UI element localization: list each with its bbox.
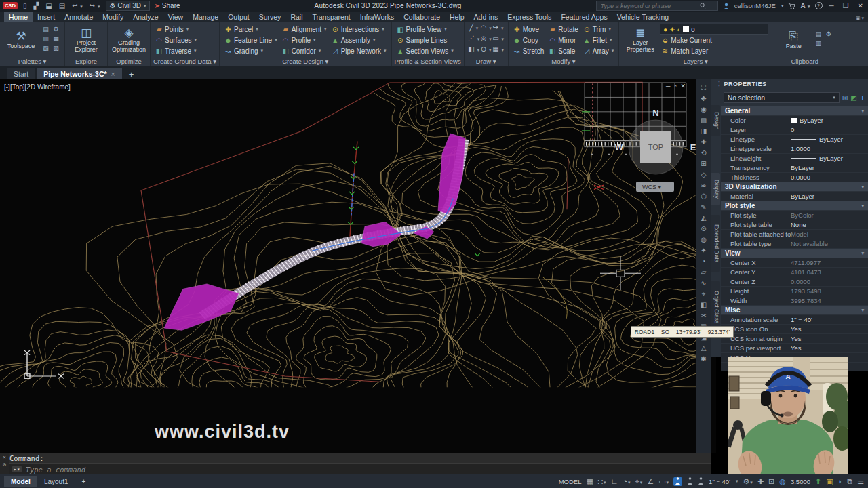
draw-tool-icon[interactable]: ◎ ▾ bbox=[480, 35, 492, 45]
username[interactable]: cellisonM46JE bbox=[734, 2, 776, 9]
property-row[interactable]: Plot table attached toModel bbox=[721, 229, 868, 239]
ribbon-tab-vehicle-tracking[interactable]: Vehicle Tracking bbox=[612, 12, 673, 22]
ribbon-button-corridor[interactable]: ◧Corridor▾ bbox=[281, 46, 328, 56]
section-header-plot-style[interactable]: Plot style▾ bbox=[721, 201, 868, 210]
ribbon-button-project-explorer[interactable]: ◫Project Explorer bbox=[68, 24, 104, 56]
grading-slope-patches[interactable] bbox=[164, 134, 465, 330]
ribbon-button-surfaces[interactable]: ◠Surfaces▾ bbox=[154, 35, 198, 45]
app-logo[interactable]: C3D bbox=[3, 2, 18, 9]
ribbon-button-intersections[interactable]: ⊙Intersections▾ bbox=[330, 24, 388, 35]
palette-tab-display[interactable]: Display bbox=[711, 173, 720, 205]
object-snap-tracking-icon[interactable]: ∠ bbox=[647, 477, 654, 486]
ribbon-button-section-views[interactable]: ▲Section Views▾ bbox=[395, 46, 455, 56]
panel-tool-icon[interactable]: ▥ bbox=[813, 40, 823, 49]
restore-button[interactable]: ❒ bbox=[841, 2, 851, 9]
model-space-toggle[interactable]: MODEL bbox=[559, 478, 582, 485]
ribbon-tab-infraworks[interactable]: InfraWorks bbox=[355, 12, 399, 22]
nav-tool-icon[interactable]: ⬡ bbox=[701, 192, 707, 201]
pipe-run-line[interactable] bbox=[350, 142, 357, 237]
grid-display-icon[interactable]: ▦ bbox=[586, 477, 593, 486]
tab-layout1[interactable]: Layout1 bbox=[37, 476, 75, 487]
ribbon-button-paste[interactable]: ⎘Paste bbox=[776, 24, 811, 56]
nav-tool-icon[interactable]: ✥ bbox=[701, 94, 706, 103]
isometric-drafting-icon[interactable]: ⌖▾ bbox=[635, 477, 643, 486]
panel-label-0[interactable]: Palettes ▾ bbox=[0, 58, 64, 66]
panel-label-8[interactable]: Layers ▾ bbox=[619, 58, 772, 66]
nav-tool-icon[interactable]: △ bbox=[701, 344, 707, 352]
property-row[interactable]: LinetypeByLayer bbox=[721, 134, 868, 144]
property-row[interactable]: TransparencyByLayer bbox=[721, 163, 868, 172]
panel-label-7[interactable]: Modify ▾ bbox=[509, 58, 619, 66]
layer-dropdown[interactable]: ●☀◐0 bbox=[660, 24, 768, 35]
ribbon-tab-featured-apps[interactable]: Featured Apps bbox=[556, 12, 612, 22]
property-row[interactable]: Center Z0.0000 bbox=[721, 277, 868, 286]
nav-tool-icon[interactable]: ⌖ bbox=[702, 289, 706, 298]
close-tab-icon[interactable]: × bbox=[111, 70, 115, 78]
nav-tool-icon[interactable]: ✎ bbox=[701, 203, 706, 211]
command-window[interactable]: ✕ ⚙ Command: ▸▾ Type a command bbox=[0, 453, 711, 474]
vp-minimize-icon[interactable]: ─ bbox=[666, 83, 670, 89]
workspace-select[interactable]: ⚙ Civil 3D ▾ bbox=[106, 1, 151, 11]
property-row[interactable]: Plot styleByColor bbox=[721, 210, 868, 220]
autodesk-app-icon[interactable]: A ▾ bbox=[800, 2, 810, 9]
property-row[interactable]: Annotation scale1" = 40' bbox=[721, 314, 868, 324]
ribbon-button-mirror[interactable]: ◠Mirror bbox=[547, 35, 579, 45]
open-file-icon[interactable]: ▞ bbox=[33, 2, 41, 9]
customization-menu-icon[interactable]: ☰ bbox=[857, 477, 864, 486]
autoscale-annotation-icon[interactable] bbox=[687, 477, 693, 486]
drawing-viewport[interactable]: TOP N W E WCS ▾ ─ ▫ ✕ bbox=[0, 79, 716, 453]
ribbon-button-fillet[interactable]: ▲Fillet▾ bbox=[582, 35, 615, 45]
help-icon[interactable]: ? bbox=[815, 2, 823, 9]
tab-document[interactable]: Pipe Networks-3C*× bbox=[37, 68, 122, 79]
draw-tool-icon[interactable]: ◧ ▾ bbox=[468, 45, 480, 56]
selection-dropdown[interactable]: No selection▾ bbox=[724, 92, 840, 103]
property-row[interactable]: Height1793.5498 bbox=[721, 286, 868, 296]
ribbon-tab-transparent[interactable]: Transparent bbox=[307, 12, 355, 22]
panel-label-6[interactable]: Draw ▾ bbox=[465, 58, 508, 66]
property-row[interactable]: Layer0 bbox=[721, 125, 868, 134]
tab-start[interactable]: Start bbox=[7, 68, 35, 79]
view-cube[interactable]: TOP N W E WCS ▾ bbox=[614, 98, 702, 200]
property-row[interactable]: Center X4711.0977 bbox=[721, 258, 868, 267]
cart-icon[interactable] bbox=[788, 3, 795, 9]
ribbon-button-scale[interactable]: ◧Scale bbox=[547, 46, 579, 56]
quick-select-icon[interactable]: ✛ bbox=[860, 94, 865, 102]
section-header-general[interactable]: General▾ bbox=[721, 106, 868, 115]
property-row[interactable]: Linetype scale1.0000 bbox=[721, 144, 868, 153]
nav-tool-icon[interactable]: ◍ bbox=[701, 235, 707, 244]
ribbon-tab-add-ins[interactable]: Add-ins bbox=[469, 12, 503, 22]
ribbon-button-grading[interactable]: ↝Grading▾ bbox=[223, 46, 279, 56]
property-row[interactable]: UCS icon OnYes bbox=[721, 324, 868, 333]
geolocation-icon[interactable]: ◍ bbox=[779, 477, 786, 486]
panel-tool-icon[interactable]: ▤ bbox=[813, 30, 823, 40]
new-layout-button[interactable]: + bbox=[75, 476, 92, 487]
property-row[interactable]: Thickness0.0000 bbox=[721, 172, 868, 182]
ribbon-button-pipe-network[interactable]: ◿Pipe Network▾ bbox=[330, 46, 388, 56]
nav-tool-icon[interactable]: ◨ bbox=[701, 127, 707, 136]
nav-tool-icon[interactable]: ⟲ bbox=[701, 148, 706, 157]
panel-tool-icon[interactable]: ▨ bbox=[51, 45, 61, 54]
nav-tool-icon[interactable]: ≋ bbox=[701, 181, 706, 190]
palette-tab-extended-data[interactable]: Extended Data bbox=[711, 215, 720, 272]
ortho-mode-icon[interactable]: ∟ bbox=[611, 477, 618, 485]
ribbon-tab-view[interactable]: View bbox=[163, 12, 189, 22]
ribbon-tab-survey[interactable]: Survey bbox=[254, 12, 286, 22]
nav-tool-icon[interactable]: ◉ bbox=[701, 105, 707, 114]
new-file-icon[interactable]: ▯ bbox=[22, 2, 28, 9]
ribbon-button-profile[interactable]: ◠Profile▾ bbox=[281, 35, 328, 45]
share-drawing-icon[interactable]: ⬆ bbox=[815, 477, 821, 486]
ribbon-button-traverse[interactable]: ◧Traverse▾ bbox=[154, 46, 198, 56]
section-header-view[interactable]: View▾ bbox=[721, 248, 868, 258]
nav-tool-icon[interactable]: ✦ bbox=[701, 246, 706, 255]
vp-restore-icon[interactable]: ▫ bbox=[674, 83, 676, 89]
ribbon-button-points[interactable]: ▰Points▾ bbox=[154, 24, 198, 35]
ribbon-button-match-layer[interactable]: ≋Match Layer bbox=[660, 46, 768, 56]
panel-label-3[interactable]: Create Ground Data ▾ bbox=[151, 58, 219, 66]
nav-tool-icon[interactable]: ✂ bbox=[701, 311, 706, 320]
property-row[interactable]: Center Y4101.0473 bbox=[721, 267, 868, 277]
property-row[interactable]: UCS per viewportYes bbox=[721, 343, 868, 352]
property-row[interactable]: Width3995.7834 bbox=[721, 296, 868, 305]
ribbon-tab-express-tools[interactable]: Express Tools bbox=[502, 12, 556, 22]
undo-icon[interactable]: ↩ ▾ bbox=[71, 2, 84, 9]
ribbon-button-grading-optimization[interactable]: ◈Grading Optimization bbox=[111, 24, 146, 56]
